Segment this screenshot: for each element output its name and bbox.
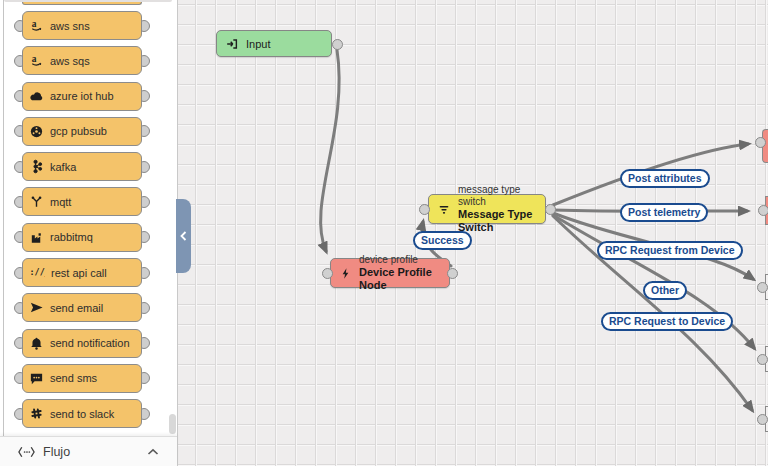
palette-item-label: send sms [50, 372, 97, 384]
aws-sqs-icon: a [29, 53, 44, 68]
port-right-4[interactable] [757, 354, 768, 365]
palette-item-send-notification[interactable]: send notification [22, 329, 142, 358]
send-email-icon [29, 300, 44, 315]
flash-icon [339, 267, 352, 280]
left-port[interactable] [14, 196, 26, 208]
palette-item-aws-sns[interactable]: a aws sns [22, 11, 142, 40]
edge-label-rpc-to-device[interactable]: RPC Request to Device [601, 312, 733, 331]
palette-item-label: aws sns [50, 20, 90, 32]
port-right-3[interactable] [757, 282, 768, 293]
palette-footer-flujo[interactable]: Flujo [0, 436, 177, 466]
node-message-type-switch[interactable]: message type switch Message Type Switch [428, 194, 546, 224]
palette-item-label: send to slack [50, 408, 114, 420]
port-right-2[interactable] [758, 205, 768, 216]
send-to-slack-icon [29, 406, 44, 421]
left-port[interactable] [14, 337, 26, 349]
palette-item-azure-iot-hub[interactable]: azure iot hub [22, 82, 142, 111]
left-port[interactable] [14, 125, 26, 137]
palette-item-label: rabbitmq [50, 231, 93, 243]
right-port[interactable] [138, 337, 150, 349]
filter-icon [437, 202, 451, 216]
kafka-icon [29, 159, 44, 174]
palette-item-label: gcp pubsub [50, 125, 107, 137]
port-profile-out[interactable] [447, 268, 458, 279]
left-port[interactable] [14, 408, 26, 420]
right-port[interactable] [138, 231, 150, 243]
palette-item-label: aws sqs [50, 55, 90, 67]
edge-label-rpc-from-device[interactable]: RPC Request from Device [597, 241, 743, 260]
right-port[interactable] [138, 20, 150, 32]
palette-item-aws-sqs[interactable]: a aws sqs [22, 46, 142, 75]
left-port[interactable] [14, 20, 26, 32]
send-notification-icon [29, 336, 44, 351]
port-switch-in[interactable] [419, 204, 430, 215]
edge-label-success[interactable]: Success [413, 231, 472, 250]
right-port[interactable] [138, 125, 150, 137]
left-port[interactable] [14, 161, 26, 173]
right-port[interactable] [138, 267, 150, 279]
right-port[interactable] [138, 302, 150, 314]
palette-item-label: mqtt [50, 196, 71, 208]
palette-item-label: send email [50, 302, 103, 314]
port-right-5[interactable] [757, 414, 768, 425]
aws-sns-icon: a [29, 18, 44, 33]
node-profile-subtitle: device profile [359, 254, 441, 266]
node-input[interactable]: Input [216, 30, 332, 57]
svg-text:a: a [32, 19, 37, 29]
palette-scrollbar-thumb[interactable] [169, 414, 176, 434]
left-port[interactable] [14, 231, 26, 243]
node-device-profile[interactable]: device profile Device Profile Node [330, 258, 450, 288]
palette-item-gcp-pubsub[interactable]: gcp pubsub [22, 117, 142, 146]
flow-icon [18, 446, 35, 458]
right-port[interactable] [138, 408, 150, 420]
edge-label-other[interactable]: Other [643, 281, 687, 300]
input-icon [225, 37, 239, 51]
node-palette-panel: a aws sns a aws sqs azure iot hub gcp pu… [0, 0, 178, 466]
node-input-label: Input [246, 38, 270, 50]
palette-item-send-sms[interactable]: send sms [22, 364, 142, 393]
palette-item-rest-api-call[interactable]: ://_ rest api call [22, 258, 142, 287]
palette-list: a aws sns a aws sqs azure iot hub gcp pu… [0, 11, 178, 428]
palette-item-label: send notification [50, 337, 130, 349]
port-input-out[interactable] [332, 39, 343, 50]
chevron-left-icon [180, 231, 187, 241]
gcp-pubsub-icon [29, 124, 44, 139]
palette-item-clipped-top [22, 2, 142, 5]
edge-label-post-attributes[interactable]: Post attributes [620, 169, 710, 188]
chevron-up-icon[interactable] [147, 448, 159, 456]
node-profile-title: Device Profile Node [359, 266, 441, 292]
svg-text:a: a [32, 55, 37, 65]
right-port[interactable] [138, 196, 150, 208]
right-port[interactable] [138, 55, 150, 67]
port-profile-in[interactable] [322, 268, 333, 279]
palette-item-label: azure iot hub [50, 90, 114, 102]
azure-iot-hub-icon [29, 89, 44, 104]
palette-item-rabbitmq[interactable]: rabbitmq [22, 223, 142, 252]
right-port[interactable] [138, 161, 150, 173]
right-port[interactable] [138, 90, 150, 102]
left-port[interactable] [14, 90, 26, 102]
left-port[interactable] [14, 267, 26, 279]
rabbitmq-icon [29, 230, 44, 245]
left-port[interactable] [14, 302, 26, 314]
palette-footer-label: Flujo [43, 445, 70, 459]
palette-item-send-to-slack[interactable]: send to slack [22, 399, 142, 428]
palette-item-send-email[interactable]: send email [22, 293, 142, 322]
palette-item-label: rest api call [51, 267, 107, 279]
palette-item-mqtt[interactable]: mqtt [22, 187, 142, 216]
palette-item-label: kafka [50, 161, 76, 173]
rest-api-call-icon: ://_ [29, 265, 45, 280]
sidebar-collapse-tab[interactable] [176, 199, 191, 273]
left-port[interactable] [14, 372, 26, 384]
mqtt-icon [29, 194, 44, 209]
edge-label-post-telemetry[interactable]: Post telemetry [620, 203, 708, 222]
node-switch-title: Message Type Switch [458, 208, 537, 234]
left-port[interactable] [14, 55, 26, 67]
port-right-1[interactable] [755, 137, 766, 148]
node-switch-subtitle: message type switch [458, 184, 537, 208]
palette-item-kafka[interactable]: kafka [22, 152, 142, 181]
port-switch-out[interactable] [545, 204, 556, 215]
svg-text:://_: ://_ [30, 267, 46, 277]
send-sms-icon [29, 371, 44, 386]
right-port[interactable] [138, 372, 150, 384]
